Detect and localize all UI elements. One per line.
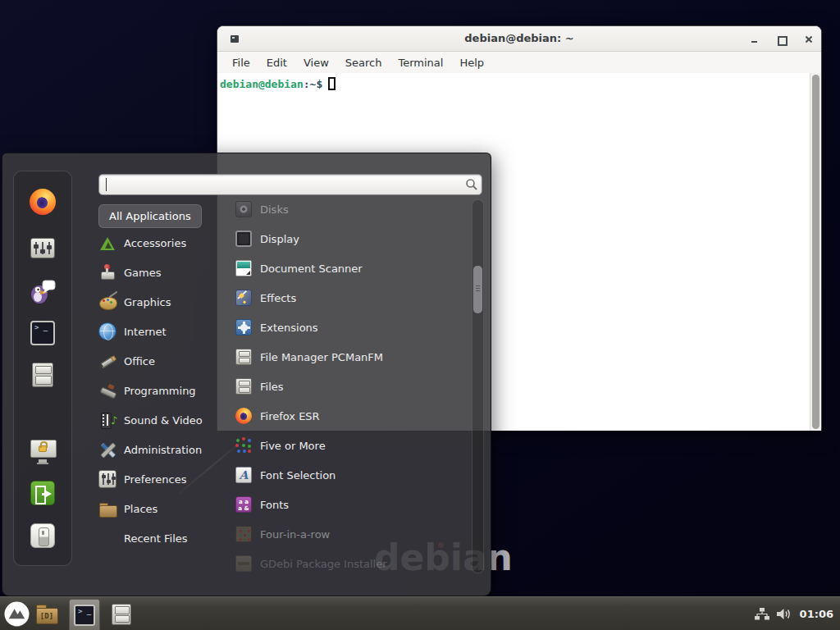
category-recent-files[interactable]: Recent Files [98,524,231,552]
favorite-sound-mixer[interactable] [27,231,58,262]
app-label: Firefox ESR [260,410,320,422]
menu-help[interactable]: Help [451,53,492,72]
menu-file[interactable]: File [224,53,258,72]
folder-icon [36,608,58,624]
category-accessories[interactable]: Accessories [98,229,231,257]
terminal-titlebar[interactable]: debian@debian: ~ [217,26,821,52]
minimize-button[interactable] [749,34,760,45]
desktop: debian debian@debian: ~ File Edit View S… [0,0,840,630]
category-label: All Applications [109,210,191,222]
start-menu: All Applications Accessories Games Graph… [2,153,491,596]
favorite-terminal[interactable] [27,317,58,349]
category-label: Recent Files [124,532,188,545]
shut-down-button[interactable] [27,520,58,551]
app-item-four-in-a-row[interactable]: Four-in-a-row [235,520,470,548]
terminal-scrollbar[interactable] [810,73,821,431]
category-games[interactable]: Games [98,258,231,286]
menu-edit[interactable]: Edit [258,53,295,72]
font-selection-icon [235,467,252,483]
category-label: Internet [124,326,167,338]
app-list-scrollbar[interactable] [472,199,484,573]
app-label: Display [260,233,299,245]
terminal-window-title: debian@debian: ~ [217,32,821,44]
taskbar: 01:06 [0,596,840,630]
app-list-scrollbar-thumb[interactable] [473,266,482,313]
app-item-font-selection[interactable]: Font Selection [235,461,470,489]
clock[interactable]: 01:06 [800,608,833,620]
category-sound-video[interactable]: Sound & Video [98,406,231,434]
terminal-scrollbar-thumb[interactable] [812,75,819,429]
accessories-icon [98,234,116,252]
maximize-button[interactable] [776,34,787,45]
log-out-button[interactable] [27,477,58,509]
terminal-task-button[interactable] [69,599,100,630]
app-item-display[interactable]: Display [235,225,470,253]
category-office[interactable]: Office [98,347,231,375]
menu-button[interactable] [4,601,30,627]
menu-terminal[interactable]: Terminal [390,53,451,72]
sound-video-icon [98,411,116,429]
effects-icon [235,290,252,306]
volume-icon[interactable] [777,608,792,620]
app-label: Files [260,381,284,393]
prompt-user-host: debian@debian [220,78,304,90]
category-graphics[interactable]: Graphics [98,288,231,316]
app-item-file-manager-pcmanfm[interactable]: File Manager PCManFM [235,343,470,371]
log-out-icon [30,481,55,505]
category-preferences[interactable]: Preferences [98,465,231,493]
disks-icon [235,201,252,217]
extensions-gear-icon [235,319,252,336]
display-icon [235,231,252,247]
desktop-folder-launcher[interactable] [35,603,58,626]
app-item-document-scanner[interactable]: Document Scanner [235,254,470,282]
search-icon [465,178,478,191]
app-label: Fonts [260,499,289,511]
icon-spacer [98,529,116,547]
network-icon[interactable] [755,608,769,620]
files-launcher[interactable] [110,603,133,626]
category-programming[interactable]: Programming [98,377,231,404]
sound-mixer-icon [30,238,55,258]
prompt-path: :~$ [304,78,322,90]
category-label: Office [124,355,155,368]
favorite-firefox[interactable] [27,186,58,217]
app-item-disks[interactable]: Disks [235,195,470,223]
category-label: Sound & Video [124,414,203,427]
terminal-menubar: File Edit View Search Terminal Help [217,52,821,73]
app-item-effects[interactable]: Effects [235,284,470,312]
app-item-gdebi-package-installer[interactable]: GDebi Package Installer [235,550,470,578]
category-all-applications[interactable]: All Applications [98,202,231,230]
all-applications-button: All Applications [98,204,202,228]
terminal-icon [30,321,55,345]
lock-screen-button[interactable] [27,436,58,467]
search-input[interactable] [98,174,482,195]
places-folder-icon [98,501,116,519]
pidgin-icon [29,277,57,305]
app-label: GDebi Package Installer [260,558,387,570]
app-item-five-or-more[interactable]: Five or More [235,431,470,459]
system-tray: 01:06 [755,597,833,630]
games-icon [98,263,116,281]
close-button[interactable] [804,34,815,45]
app-item-fonts[interactable]: Fonts [235,491,470,518]
search-caret [106,178,107,191]
category-administration[interactable]: Administration [98,436,231,463]
app-item-firefox-esr[interactable]: Firefox ESR [235,402,470,430]
category-places[interactable]: Places [98,495,231,523]
app-item-extensions[interactable]: Extensions [235,313,470,341]
firefox-icon [30,189,56,215]
favorite-file-manager[interactable] [27,359,58,390]
app-label: Document Scanner [260,262,363,275]
category-internet[interactable]: Internet [98,317,231,345]
app-label: File Manager PCManFM [260,351,383,363]
menu-logo-icon [4,601,30,627]
app-item-files[interactable]: Files [235,372,470,400]
preferences-sliders-icon [98,470,116,488]
firefox-icon [235,408,252,424]
menu-search[interactable]: Search [337,53,390,72]
menu-view[interactable]: View [295,53,337,72]
favorite-pidgin[interactable] [27,276,58,307]
fonts-icon [235,496,252,513]
category-label: Graphics [124,296,171,308]
graphics-icon [98,294,116,312]
